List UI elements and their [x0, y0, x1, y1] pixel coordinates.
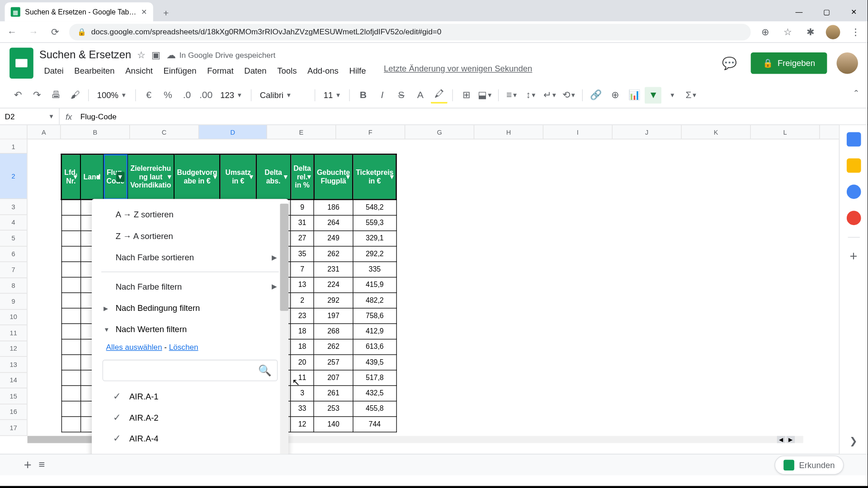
number-format-select[interactable]: 123▼	[217, 90, 246, 100]
table-header[interactable]: Lfd. Nr.▾	[61, 154, 80, 199]
filter-by-color-item[interactable]: Nach Farbe filtern▶	[92, 276, 288, 297]
column-header-A[interactable]: A	[28, 125, 61, 139]
extensions-icon[interactable]: ✱	[803, 26, 818, 38]
forward-button[interactable]: →	[26, 27, 41, 38]
text-color-button[interactable]: A	[412, 87, 429, 103]
calendar-icon[interactable]	[846, 132, 861, 147]
table-header[interactable]: Flug-Code▾	[104, 154, 127, 199]
increase-decimal-button[interactable]: .00	[198, 87, 214, 103]
halign-button[interactable]: ≡▼	[504, 87, 520, 103]
spreadsheet-grid[interactable]: ABCDEFGHIJKL 1234567891011121314151617 L…	[0, 125, 839, 454]
account-avatar[interactable]	[836, 52, 858, 74]
name-box[interactable]: D2 ▼	[0, 108, 60, 125]
column-header-H[interactable]: H	[474, 125, 543, 139]
menu-tools[interactable]: Tools	[273, 63, 302, 78]
row-header-2[interactable]: 2	[0, 154, 27, 199]
back-button[interactable]: ←	[5, 27, 19, 38]
last-edit-link[interactable]: Letzte Änderung vor wenigen Sekunden	[384, 63, 532, 78]
row-header-4[interactable]: 4	[0, 215, 27, 230]
close-window-button[interactable]: ✕	[840, 2, 868, 21]
currency-button[interactable]: €	[141, 87, 157, 103]
table-header[interactable]: Land▾	[80, 154, 104, 199]
column-header-B[interactable]: B	[61, 125, 130, 139]
column-header-D[interactable]: D	[199, 125, 267, 139]
paint-format-button[interactable]: 🖌	[67, 87, 84, 103]
font-size-select[interactable]: 11 ▼	[320, 90, 345, 100]
table-header[interactable]: Ticketpreis in €▾	[353, 154, 396, 199]
filter-by-condition-item[interactable]: ▶ Nach Bedingung filtern	[92, 297, 288, 319]
row-header-3[interactable]: 3	[0, 199, 27, 215]
row-header-1[interactable]: 1	[0, 139, 27, 154]
redo-button[interactable]: ↷	[28, 87, 45, 103]
row-header-11[interactable]: 11	[0, 325, 27, 341]
undo-button[interactable]: ↶	[9, 87, 26, 103]
column-header-G[interactable]: G	[405, 125, 474, 139]
sort-by-color-item[interactable]: Nach Farbe sortieren▶	[92, 247, 288, 268]
share-button[interactable]: 🔒 Freigeben	[751, 52, 827, 74]
contacts-icon[interactable]	[846, 211, 861, 225]
row-header-6[interactable]: 6	[0, 246, 27, 262]
column-header-E[interactable]: E	[267, 125, 336, 139]
strikethrough-button[interactable]: S	[393, 87, 410, 103]
select-all-corner[interactable]	[0, 125, 28, 139]
scroll-left-button[interactable]: ◀	[777, 436, 785, 443]
filter-search-box[interactable]: 🔍	[103, 360, 278, 381]
sheets-logo[interactable]	[9, 47, 33, 79]
column-header-L[interactable]: L	[751, 125, 820, 139]
collapse-toolbar-icon[interactable]: ˆ	[854, 89, 858, 101]
percent-button[interactable]: %	[160, 87, 176, 103]
minimize-button[interactable]: —	[785, 2, 813, 21]
filter-value-item[interactable]: ✓AIR.A-2	[92, 407, 288, 427]
menu-insert[interactable]: Einfügen	[159, 63, 201, 78]
keep-icon[interactable]	[846, 159, 861, 173]
fill-color-button[interactable]: 🖍	[431, 87, 448, 103]
filter-dropdown-button[interactable]: ▼	[664, 87, 681, 103]
column-header-F[interactable]: F	[336, 125, 405, 139]
select-all-link[interactable]: Alles auswählen	[106, 343, 162, 352]
row-header-12[interactable]: 12	[0, 341, 27, 357]
zoom-select[interactable]: 100% ▼	[94, 90, 130, 100]
font-select[interactable]: Calibri ▼	[256, 90, 310, 100]
scroll-right-button[interactable]: ▶	[787, 436, 795, 443]
valign-button[interactable]: ↕▼	[523, 87, 540, 103]
italic-button[interactable]: I	[374, 87, 391, 103]
reload-button[interactable]: ⟳	[47, 26, 62, 38]
column-header-K[interactable]: K	[682, 125, 751, 139]
merge-button[interactable]: ⬓▼	[477, 87, 494, 103]
filter-value-item[interactable]: ✓AIR.A-4	[92, 427, 288, 448]
filter-button[interactable]: ▼	[645, 87, 662, 103]
clear-link[interactable]: Löschen	[169, 343, 198, 352]
star-icon[interactable]: ☆	[137, 49, 145, 61]
bookmark-icon[interactable]: ☆	[781, 26, 795, 38]
row-header-10[interactable]: 10	[0, 310, 27, 325]
url-input[interactable]: 🔒 docs.google.com/spreadsheets/d/18kXg0R…	[69, 23, 751, 40]
row-header-15[interactable]: 15	[0, 388, 27, 404]
row-header-9[interactable]: 9	[0, 294, 27, 310]
functions-button[interactable]: Σ▼	[683, 87, 700, 103]
move-icon[interactable]: ▣	[151, 49, 160, 61]
profile-avatar-small[interactable]	[826, 25, 840, 39]
filter-scrollbar[interactable]	[280, 204, 288, 454]
menu-edit[interactable]: Bearbeiten	[70, 63, 119, 78]
wrap-button[interactable]: ↵▼	[542, 87, 559, 103]
column-header-C[interactable]: C	[130, 125, 199, 139]
filter-search-input[interactable]	[109, 366, 258, 375]
explore-button[interactable]: Erkunden	[774, 455, 844, 474]
table-header[interactable]: Gebuchte Flugplä▾	[314, 154, 353, 199]
table-header[interactable]: Delta abs.▾	[256, 154, 291, 199]
table-header[interactable]: Budgetvorg abe in €▾	[174, 154, 220, 199]
row-header-13[interactable]: 13	[0, 357, 27, 372]
comments-button[interactable]: 💬	[717, 51, 741, 75]
add-sheet-button[interactable]: +	[24, 457, 32, 473]
hide-panel-icon[interactable]: ❯	[849, 435, 857, 446]
row-header-17[interactable]: 17	[0, 420, 27, 436]
menu-help[interactable]: Hilfe	[344, 63, 371, 78]
menu-file[interactable]: Datei	[39, 63, 68, 78]
menu-addons[interactable]: Add-ons	[303, 63, 344, 78]
menu-view[interactable]: Ansicht	[121, 63, 158, 78]
link-button[interactable]: 🔗	[588, 87, 604, 103]
browser-tab[interactable]: ▦ Suchen & Ersetzen - Google Tab… ✕	[5, 2, 153, 21]
formula-input[interactable]: Flug-Code	[78, 112, 868, 121]
sort-az-item[interactable]: A → Z sortieren	[92, 204, 288, 225]
filter-value-item[interactable]: ✓AIR.A-1	[92, 386, 288, 407]
